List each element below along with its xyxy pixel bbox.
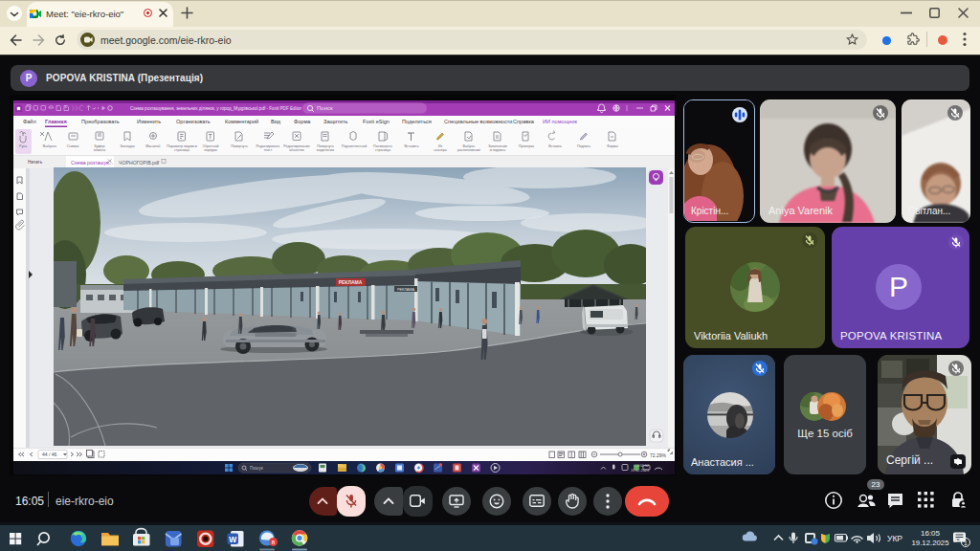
svg-text:порядок: порядок [204, 148, 217, 152]
svg-text:Специальные возможности: Специальные возможности [444, 119, 512, 124]
svg-text:19.12.2025: 19.12.2025 [911, 539, 949, 547]
svg-text:объектов: объектов [289, 148, 303, 152]
svg-text:обмена: обмена [94, 148, 105, 152]
svg-text:16:04:52: 16:04:52 [635, 464, 649, 468]
svg-text:УКР: УКР [887, 534, 902, 543]
svg-text:Защитить: Защитить [323, 119, 347, 124]
svg-text:Справка: Справка [513, 119, 535, 124]
svg-text:Проверка: Проверка [519, 144, 534, 148]
svg-text:Вид: Вид [271, 119, 281, 124]
svg-text:сканера: сканера [434, 148, 446, 152]
svg-text:Поделиться: Поделиться [402, 119, 432, 124]
svg-text:текст: текст [264, 148, 273, 152]
svg-text:Форма: Форма [294, 119, 311, 124]
svg-text:44 / 46: 44 / 46 [42, 452, 57, 457]
svg-text:расположение: расположение [457, 148, 480, 152]
svg-text:Снимок: Снимок [67, 144, 79, 148]
svg-text:Закладка: Закладка [120, 144, 135, 148]
svg-text:Вставить: Вставить [404, 144, 418, 148]
svg-text:19.12.2023: 19.12.2023 [631, 469, 649, 473]
svg-text:Комментарий: Комментарий [225, 119, 258, 124]
svg-text:Схема розташув...: Схема розташув... [71, 160, 113, 165]
svg-text:Организовать: Организовать [176, 119, 211, 124]
svg-text:Повернуть: Повернуть [231, 144, 248, 148]
svg-text:Формы: Формы [607, 144, 618, 148]
svg-text:страницы: страницы [174, 148, 189, 152]
svg-text:Подпись: Подпись [577, 144, 590, 148]
svg-text:Файл: Файл [23, 119, 36, 124]
svg-text:страницы: страницы [375, 148, 390, 152]
svg-text:Главная: Главная [45, 119, 67, 124]
svg-text:Подсветленный: Подсветленный [342, 144, 367, 148]
svg-text:1: 1 [964, 540, 968, 546]
svg-text:16:05: 16:05 [921, 529, 941, 538]
svg-text:Foxit eSign: Foxit eSign [363, 119, 390, 124]
svg-text:и подпись: и подпись [490, 148, 506, 152]
svg-text:Масштаб: Масштаб [145, 144, 160, 148]
svg-text:Поиск: Поиск [317, 105, 333, 111]
svg-text:W: W [229, 535, 237, 544]
svg-text:выделение: выделение [317, 148, 335, 152]
svg-text:Выбрать: Выбрать [43, 144, 57, 148]
svg-text:Вставка: Вставка [548, 144, 561, 148]
svg-text:Рука: Рука [19, 144, 27, 148]
svg-text:ЧОРНОГОРІВ.pdf: ЧОРНОГОРІВ.pdf [119, 160, 160, 165]
svg-text:Схема розташування, земельних: Схема розташування, земельних ділянок, у… [130, 106, 301, 111]
svg-text:РЕКЛАМА: РЕКЛАМА [397, 288, 414, 292]
svg-text:Изменить: Изменить [137, 119, 161, 124]
svg-text:Пошук: Пошук [250, 466, 264, 471]
svg-text:ИИ помощник: ИИ помощник [543, 119, 578, 124]
svg-text:Преобразовать: Преобразовать [81, 119, 120, 124]
svg-text:РЕКЛАМА: РЕКЛАМА [339, 279, 363, 285]
svg-text:Начать: Начать [28, 160, 43, 165]
svg-text:72.29%: 72.29% [650, 452, 667, 458]
